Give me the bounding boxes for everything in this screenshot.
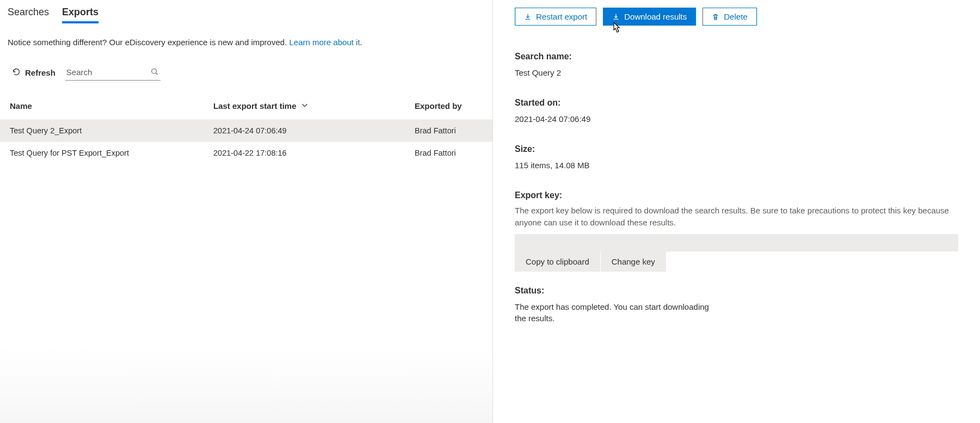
export-detail-pane: Restart export Download results Delete S… bbox=[492, 0, 980, 423]
download-icon bbox=[612, 13, 620, 21]
cell-name: Test Query 2_Export bbox=[10, 126, 213, 135]
status-section: Status: The export has completed. You ca… bbox=[515, 286, 958, 325]
bottom-gradient bbox=[0, 347, 492, 423]
copy-key-button[interactable]: Copy to clipboard bbox=[515, 252, 601, 272]
restart-export-button[interactable]: Restart export bbox=[515, 8, 596, 26]
svg-point-0 bbox=[152, 69, 157, 73]
tab-bar: Searches Exports bbox=[0, 7, 492, 28]
delete-label: Delete bbox=[724, 12, 747, 21]
cell-time: 2021-04-22 17:08:16 bbox=[213, 149, 415, 157]
cell-name: Test Query for PST Export_Export bbox=[10, 149, 213, 157]
column-header-time-label: Last export start time bbox=[213, 101, 297, 111]
notice-suffix: . bbox=[360, 38, 362, 47]
search-name-value: Test Query 2 bbox=[515, 68, 958, 77]
table-header-row: Name Last export start time Exported by bbox=[0, 90, 492, 119]
delete-button[interactable]: Delete bbox=[702, 8, 756, 26]
column-header-time[interactable]: Last export start time bbox=[213, 101, 415, 111]
size-section: Size: 115 items, 14.08 MB bbox=[515, 144, 958, 170]
restart-label: Restart export bbox=[536, 12, 587, 21]
size-label: Size: bbox=[515, 144, 958, 154]
refresh-icon bbox=[12, 68, 21, 78]
started-on-value: 2021-04-24 07:06:49 bbox=[515, 114, 958, 124]
cell-by: Brad Fattori bbox=[415, 126, 483, 135]
cell-time: 2021-04-24 07:06:49 bbox=[213, 126, 415, 135]
trash-icon bbox=[712, 13, 719, 21]
refresh-label: Refresh bbox=[25, 68, 56, 77]
download-results-button[interactable]: Download results bbox=[603, 8, 696, 26]
table-row[interactable]: Test Query for PST Export_Export 2021-04… bbox=[0, 142, 492, 164]
table-row[interactable]: Test Query 2_Export 2021-04-24 07:06:49 … bbox=[0, 119, 492, 142]
search-icon bbox=[151, 68, 158, 77]
notice-text: Notice something different? Our eDiscove… bbox=[8, 38, 289, 47]
chevron-down-icon bbox=[301, 101, 309, 111]
list-toolbar: Refresh bbox=[0, 60, 492, 90]
tab-exports[interactable]: Exports bbox=[62, 7, 98, 23]
size-value: 115 items, 14.08 MB bbox=[515, 161, 958, 170]
cell-by: Brad Fattori bbox=[415, 149, 483, 157]
tab-searches[interactable]: Searches bbox=[8, 7, 49, 23]
column-header-name[interactable]: Name bbox=[10, 101, 213, 111]
refresh-button[interactable]: Refresh bbox=[12, 68, 56, 78]
export-key-actions: Copy to clipboard Change key bbox=[515, 252, 958, 272]
status-label: Status: bbox=[515, 286, 958, 296]
search-field-wrap bbox=[65, 64, 161, 81]
status-value: The export has completed. You can start … bbox=[515, 301, 722, 325]
started-on-section: Started on: 2021-04-24 07:06:49 bbox=[515, 98, 958, 124]
change-key-button[interactable]: Change key bbox=[601, 252, 666, 272]
started-on-label: Started on: bbox=[515, 98, 958, 108]
detail-action-bar: Restart export Download results Delete bbox=[515, 8, 958, 26]
search-input[interactable] bbox=[65, 64, 161, 80]
export-key-section: Export key: The export key below is requ… bbox=[515, 191, 958, 272]
export-key-field[interactable] bbox=[515, 234, 958, 252]
search-name-section: Search name: Test Query 2 bbox=[515, 52, 958, 77]
exports-list-pane: Searches Exports Notice something differ… bbox=[0, 0, 492, 423]
search-name-label: Search name: bbox=[515, 52, 958, 62]
column-header-by[interactable]: Exported by bbox=[415, 101, 483, 111]
download-label: Download results bbox=[624, 12, 687, 21]
info-notice: Notice something different? Our eDiscove… bbox=[0, 28, 492, 60]
learn-more-link[interactable]: Learn more about it bbox=[289, 38, 360, 47]
export-key-help: The export key below is required to down… bbox=[515, 205, 958, 229]
export-key-label: Export key: bbox=[515, 191, 958, 200]
download-icon bbox=[524, 13, 532, 21]
